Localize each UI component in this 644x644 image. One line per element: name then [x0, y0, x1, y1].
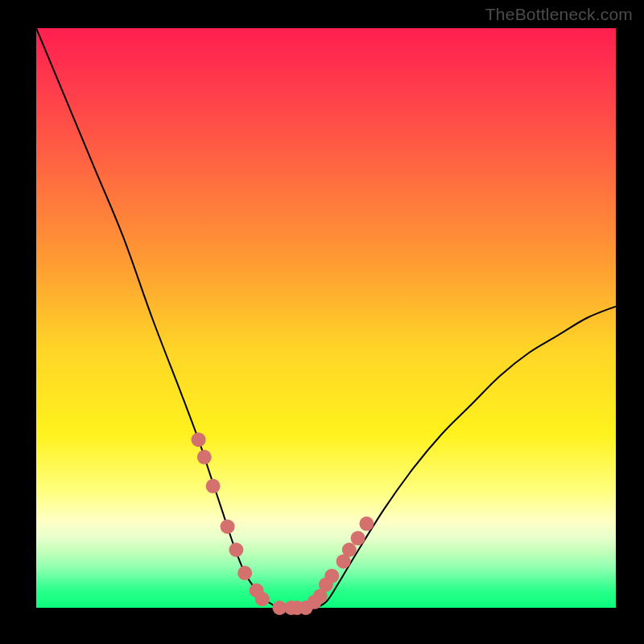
highlight-point: [192, 432, 206, 447]
highlight-point: [324, 568, 339, 583]
highlight-point: [255, 592, 270, 606]
bottleneck-curve: [36, 28, 616, 609]
highlight-point: [206, 479, 221, 493]
highlight-point: [237, 566, 252, 580]
chart-container: { "watermark": "TheBottleneck.com", "cha…: [0, 0, 644, 644]
highlight-point: [351, 531, 365, 546]
watermark-text: TheBottleneck.com: [485, 5, 633, 24]
highlight-point: [221, 519, 235, 534]
highlight-point: [229, 543, 243, 557]
highlight-point: [342, 543, 357, 557]
highlight-point: [359, 517, 374, 531]
chart-svg: [0, 0, 644, 644]
marker-layer: [192, 432, 374, 615]
curve-layer: [36, 28, 616, 609]
highlight-point: [197, 450, 212, 464]
